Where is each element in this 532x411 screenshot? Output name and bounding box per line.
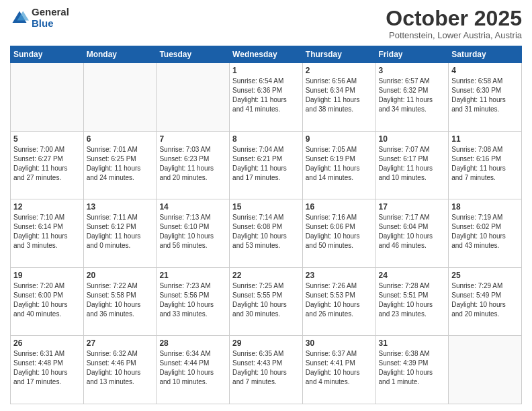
- day-info: Sunrise: 7:13 AM Sunset: 6:10 PM Dayligh…: [159, 213, 226, 250]
- weekday-header-row: Sunday Monday Tuesday Wednesday Thursday…: [11, 46, 522, 63]
- logo-blue-text: Blue: [32, 18, 69, 30]
- week-row-2: 12Sunrise: 7:10 AM Sunset: 6:14 PM Dayli…: [11, 199, 522, 268]
- day-info: Sunrise: 7:23 AM Sunset: 5:56 PM Dayligh…: [159, 281, 226, 319]
- day-info: Sunrise: 7:04 AM Sunset: 6:21 PM Dayligh…: [232, 145, 300, 183]
- day-info: Sunrise: 7:22 AM Sunset: 5:58 PM Dayligh…: [87, 281, 154, 319]
- day-number: 23: [306, 271, 373, 280]
- week-row-3: 19Sunrise: 7:20 AM Sunset: 6:00 PM Dayli…: [11, 267, 522, 336]
- day-number: 5: [13, 134, 81, 144]
- day-info: Sunrise: 7:29 AM Sunset: 5:49 PM Dayligh…: [451, 281, 519, 319]
- day-number: 15: [232, 202, 300, 212]
- day-number: 20: [87, 271, 154, 280]
- logo-text: General Blue: [32, 7, 69, 29]
- day-number: 28: [159, 338, 226, 348]
- day-cell-4-5: 31Sunrise: 6:38 AM Sunset: 4:39 PM Dayli…: [375, 336, 449, 404]
- day-number: 22: [232, 271, 300, 280]
- day-cell-1-0: 5Sunrise: 7:00 AM Sunset: 6:27 PM Daylig…: [11, 131, 84, 199]
- day-number: 6: [87, 134, 154, 144]
- logo-general-text: General: [32, 7, 69, 18]
- day-number: 11: [451, 134, 519, 144]
- day-number: 26: [13, 338, 81, 348]
- day-info: Sunrise: 7:25 AM Sunset: 5:55 PM Dayligh…: [232, 281, 300, 319]
- day-info: Sunrise: 7:05 AM Sunset: 6:19 PM Dayligh…: [306, 145, 373, 183]
- day-number: 30: [306, 338, 373, 348]
- day-cell-1-2: 7Sunrise: 7:03 AM Sunset: 6:23 PM Daylig…: [157, 131, 230, 199]
- day-cell-2-4: 16Sunrise: 7:16 AM Sunset: 6:06 PM Dayli…: [302, 199, 375, 268]
- day-number: 25: [451, 271, 519, 280]
- day-cell-2-6: 18Sunrise: 7:19 AM Sunset: 6:02 PM Dayli…: [449, 199, 522, 268]
- header: General Blue October 2025 Pottenstein, L…: [10, 7, 522, 40]
- day-number: 12: [13, 202, 81, 212]
- day-number: 8: [232, 134, 300, 144]
- day-cell-3-0: 19Sunrise: 7:20 AM Sunset: 6:00 PM Dayli…: [11, 267, 84, 336]
- subtitle: Pottenstein, Lower Austria, Austria: [386, 30, 522, 40]
- day-info: Sunrise: 7:11 AM Sunset: 6:12 PM Dayligh…: [87, 213, 154, 250]
- day-cell-0-0: [11, 63, 84, 132]
- day-info: Sunrise: 6:54 AM Sunset: 6:36 PM Dayligh…: [232, 77, 300, 114]
- day-info: Sunrise: 7:00 AM Sunset: 6:27 PM Dayligh…: [13, 145, 81, 183]
- day-cell-3-2: 21Sunrise: 7:23 AM Sunset: 5:56 PM Dayli…: [157, 267, 230, 336]
- day-number: 16: [306, 202, 373, 212]
- day-number: 21: [159, 271, 226, 280]
- title-area: October 2025 Pottenstein, Lower Austria,…: [386, 7, 522, 40]
- month-title: October 2025: [386, 7, 522, 30]
- day-number: 27: [87, 338, 154, 348]
- col-thursday: Thursday: [302, 46, 375, 63]
- day-number: 9: [306, 134, 373, 144]
- day-number: 4: [451, 66, 519, 75]
- day-cell-4-0: 26Sunrise: 6:31 AM Sunset: 4:48 PM Dayli…: [11, 336, 84, 404]
- day-info: Sunrise: 6:56 AM Sunset: 6:34 PM Dayligh…: [306, 77, 373, 114]
- day-number: 24: [379, 271, 446, 280]
- day-cell-4-3: 29Sunrise: 6:35 AM Sunset: 4:43 PM Dayli…: [230, 336, 303, 404]
- logo-icon: [10, 9, 29, 28]
- day-number: 18: [451, 202, 519, 212]
- day-info: Sunrise: 6:37 AM Sunset: 4:41 PM Dayligh…: [306, 349, 373, 387]
- day-info: Sunrise: 7:01 AM Sunset: 6:25 PM Dayligh…: [87, 145, 154, 183]
- day-cell-1-5: 10Sunrise: 7:07 AM Sunset: 6:17 PM Dayli…: [375, 131, 449, 199]
- day-cell-1-3: 8Sunrise: 7:04 AM Sunset: 6:21 PM Daylig…: [230, 131, 303, 199]
- col-friday: Friday: [375, 46, 449, 63]
- day-info: Sunrise: 7:16 AM Sunset: 6:06 PM Dayligh…: [306, 213, 373, 250]
- week-row-0: 1Sunrise: 6:54 AM Sunset: 6:36 PM Daylig…: [11, 63, 522, 132]
- day-info: Sunrise: 7:26 AM Sunset: 5:53 PM Dayligh…: [306, 281, 373, 319]
- day-cell-3-4: 23Sunrise: 7:26 AM Sunset: 5:53 PM Dayli…: [302, 267, 375, 336]
- day-cell-0-3: 1Sunrise: 6:54 AM Sunset: 6:36 PM Daylig…: [230, 63, 303, 132]
- calendar-table: Sunday Monday Tuesday Wednesday Thursday…: [10, 46, 522, 404]
- day-cell-0-5: 3Sunrise: 6:57 AM Sunset: 6:32 PM Daylig…: [375, 63, 449, 132]
- day-cell-3-6: 25Sunrise: 7:29 AM Sunset: 5:49 PM Dayli…: [449, 267, 522, 336]
- day-cell-4-2: 28Sunrise: 6:34 AM Sunset: 4:44 PM Dayli…: [157, 336, 230, 404]
- day-number: 31: [379, 338, 446, 348]
- day-number: 2: [306, 66, 373, 75]
- day-info: Sunrise: 6:58 AM Sunset: 6:30 PM Dayligh…: [451, 77, 519, 114]
- day-cell-3-5: 24Sunrise: 7:28 AM Sunset: 5:51 PM Dayli…: [375, 267, 449, 336]
- day-info: Sunrise: 7:07 AM Sunset: 6:17 PM Dayligh…: [379, 145, 446, 183]
- day-cell-0-2: [157, 63, 230, 132]
- day-number: 7: [159, 134, 226, 144]
- day-info: Sunrise: 6:31 AM Sunset: 4:48 PM Dayligh…: [13, 349, 81, 387]
- day-number: 3: [379, 66, 446, 75]
- day-number: 10: [379, 134, 446, 144]
- day-number: 1: [232, 66, 300, 75]
- day-cell-2-5: 17Sunrise: 7:17 AM Sunset: 6:04 PM Dayli…: [375, 199, 449, 268]
- col-tuesday: Tuesday: [157, 46, 230, 63]
- day-cell-4-1: 27Sunrise: 6:32 AM Sunset: 4:46 PM Dayli…: [83, 336, 157, 404]
- day-cell-0-1: [83, 63, 157, 132]
- col-wednesday: Wednesday: [230, 46, 303, 63]
- week-row-4: 26Sunrise: 6:31 AM Sunset: 4:48 PM Dayli…: [11, 336, 522, 404]
- day-cell-4-6: [449, 336, 522, 404]
- day-cell-4-4: 30Sunrise: 6:37 AM Sunset: 4:41 PM Dayli…: [302, 336, 375, 404]
- day-info: Sunrise: 7:10 AM Sunset: 6:14 PM Dayligh…: [13, 213, 81, 250]
- day-info: Sunrise: 7:19 AM Sunset: 6:02 PM Dayligh…: [451, 213, 519, 250]
- day-cell-2-1: 13Sunrise: 7:11 AM Sunset: 6:12 PM Dayli…: [83, 199, 157, 268]
- day-info: Sunrise: 6:38 AM Sunset: 4:39 PM Dayligh…: [379, 349, 446, 387]
- day-info: Sunrise: 6:34 AM Sunset: 4:44 PM Dayligh…: [159, 349, 226, 387]
- day-info: Sunrise: 6:57 AM Sunset: 6:32 PM Dayligh…: [379, 77, 446, 114]
- logo: General Blue: [10, 7, 69, 29]
- day-cell-2-3: 15Sunrise: 7:14 AM Sunset: 6:08 PM Dayli…: [230, 199, 303, 268]
- day-cell-0-4: 2Sunrise: 6:56 AM Sunset: 6:34 PM Daylig…: [302, 63, 375, 132]
- col-sunday: Sunday: [11, 46, 84, 63]
- col-monday: Monday: [83, 46, 157, 63]
- day-cell-1-4: 9Sunrise: 7:05 AM Sunset: 6:19 PM Daylig…: [302, 131, 375, 199]
- day-cell-1-1: 6Sunrise: 7:01 AM Sunset: 6:25 PM Daylig…: [83, 131, 157, 199]
- day-cell-2-2: 14Sunrise: 7:13 AM Sunset: 6:10 PM Dayli…: [157, 199, 230, 268]
